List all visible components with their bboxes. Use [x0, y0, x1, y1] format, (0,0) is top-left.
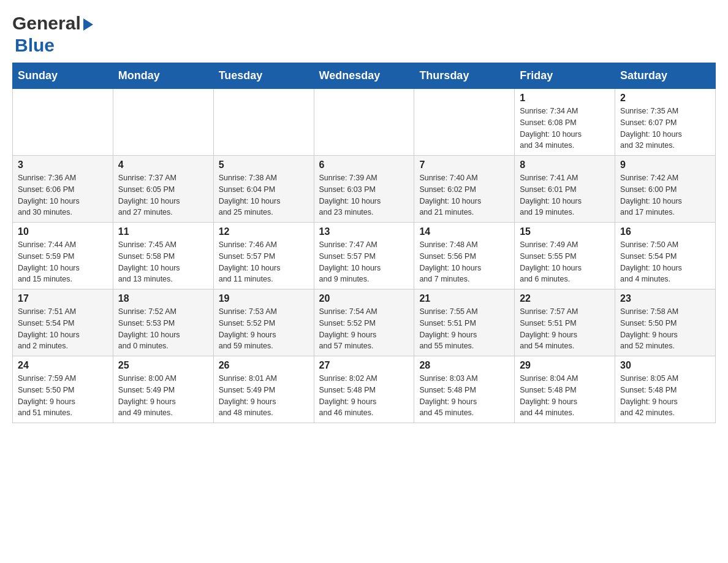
day-number: 13 — [319, 226, 409, 237]
day-number: 12 — [219, 226, 309, 237]
calendar-cell: 12Sunrise: 7:46 AM Sunset: 5:57 PM Dayli… — [213, 223, 314, 289]
day-info: Sunrise: 7:40 AM Sunset: 6:02 PM Dayligh… — [419, 172, 509, 218]
calendar-cell: 28Sunrise: 8:03 AM Sunset: 5:48 PM Dayli… — [414, 356, 515, 423]
day-info: Sunrise: 7:45 AM Sunset: 5:58 PM Dayligh… — [118, 239, 208, 285]
calendar-cell: 27Sunrise: 8:02 AM Sunset: 5:48 PM Dayli… — [314, 356, 414, 423]
day-info: Sunrise: 7:34 AM Sunset: 6:08 PM Dayligh… — [520, 105, 610, 151]
day-info: Sunrise: 7:41 AM Sunset: 6:01 PM Dayligh… — [520, 172, 610, 218]
calendar-table: SundayMondayTuesdayWednesdayThursdayFrid… — [12, 63, 716, 423]
logo-triangle-icon — [83, 18, 93, 31]
day-number: 27 — [319, 360, 409, 371]
day-info: Sunrise: 7:39 AM Sunset: 6:03 PM Dayligh… — [319, 172, 409, 218]
calendar-cell: 16Sunrise: 7:50 AM Sunset: 5:54 PM Dayli… — [615, 223, 716, 289]
calendar-cell: 21Sunrise: 7:55 AM Sunset: 5:51 PM Dayli… — [414, 289, 515, 356]
page-header: General Blue — [12, 12, 716, 56]
calendar-cell: 25Sunrise: 8:00 AM Sunset: 5:49 PM Dayli… — [113, 356, 213, 423]
calendar-week-row: 17Sunrise: 7:51 AM Sunset: 5:54 PM Dayli… — [13, 289, 716, 356]
calendar-week-row: 3Sunrise: 7:36 AM Sunset: 6:06 PM Daylig… — [13, 156, 716, 223]
day-number: 20 — [319, 293, 409, 304]
calendar-cell: 17Sunrise: 7:51 AM Sunset: 5:54 PM Dayli… — [13, 289, 113, 356]
day-number: 18 — [118, 293, 208, 304]
calendar-cell: 6Sunrise: 7:39 AM Sunset: 6:03 PM Daylig… — [314, 156, 414, 223]
calendar-cell — [213, 89, 314, 156]
calendar-cell — [314, 89, 414, 156]
calendar-cell — [113, 89, 213, 156]
day-info: Sunrise: 7:35 AM Sunset: 6:07 PM Dayligh… — [620, 105, 710, 151]
day-info: Sunrise: 7:47 AM Sunset: 5:57 PM Dayligh… — [319, 239, 409, 285]
day-info: Sunrise: 7:42 AM Sunset: 6:00 PM Dayligh… — [620, 172, 710, 218]
calendar-cell: 9Sunrise: 7:42 AM Sunset: 6:00 PM Daylig… — [615, 156, 716, 223]
calendar-cell: 5Sunrise: 7:38 AM Sunset: 6:04 PM Daylig… — [213, 156, 314, 223]
day-number: 17 — [18, 293, 108, 304]
day-info: Sunrise: 7:51 AM Sunset: 5:54 PM Dayligh… — [18, 306, 108, 352]
day-info: Sunrise: 7:36 AM Sunset: 6:06 PM Dayligh… — [18, 172, 108, 218]
calendar-header-thursday: Thursday — [414, 63, 515, 89]
logo-blue-text: Blue — [15, 35, 55, 55]
day-number: 7 — [419, 159, 509, 170]
calendar-cell: 14Sunrise: 7:48 AM Sunset: 5:56 PM Dayli… — [414, 223, 515, 289]
day-number: 23 — [620, 293, 710, 304]
day-info: Sunrise: 7:49 AM Sunset: 5:55 PM Dayligh… — [520, 239, 610, 285]
calendar-week-row: 24Sunrise: 7:59 AM Sunset: 5:50 PM Dayli… — [13, 356, 716, 423]
day-info: Sunrise: 7:50 AM Sunset: 5:54 PM Dayligh… — [620, 239, 710, 285]
calendar-cell — [414, 89, 515, 156]
day-number: 28 — [419, 360, 509, 371]
day-info: Sunrise: 8:03 AM Sunset: 5:48 PM Dayligh… — [419, 373, 509, 419]
calendar-cell: 2Sunrise: 7:35 AM Sunset: 6:07 PM Daylig… — [615, 89, 716, 156]
day-number: 15 — [520, 226, 610, 237]
calendar-cell: 26Sunrise: 8:01 AM Sunset: 5:49 PM Dayli… — [213, 356, 314, 423]
day-info: Sunrise: 7:58 AM Sunset: 5:50 PM Dayligh… — [620, 306, 710, 352]
calendar-cell: 24Sunrise: 7:59 AM Sunset: 5:50 PM Dayli… — [13, 356, 113, 423]
day-number: 19 — [219, 293, 309, 304]
calendar-header-monday: Monday — [113, 63, 213, 89]
logo: General Blue — [12, 12, 93, 56]
day-info: Sunrise: 7:44 AM Sunset: 5:59 PM Dayligh… — [18, 239, 108, 285]
calendar-cell: 18Sunrise: 7:52 AM Sunset: 5:53 PM Dayli… — [113, 289, 213, 356]
logo-general-text: General — [12, 12, 81, 34]
day-number: 9 — [620, 159, 710, 170]
day-info: Sunrise: 8:00 AM Sunset: 5:49 PM Dayligh… — [118, 373, 208, 419]
day-number: 25 — [118, 360, 208, 371]
day-info: Sunrise: 7:48 AM Sunset: 5:56 PM Dayligh… — [419, 239, 509, 285]
day-info: Sunrise: 7:53 AM Sunset: 5:52 PM Dayligh… — [219, 306, 309, 352]
calendar-header-wednesday: Wednesday — [314, 63, 414, 89]
day-number: 3 — [18, 159, 108, 170]
day-number: 14 — [419, 226, 509, 237]
day-number: 2 — [620, 93, 710, 104]
day-info: Sunrise: 8:02 AM Sunset: 5:48 PM Dayligh… — [319, 373, 409, 419]
calendar-header-sunday: Sunday — [13, 63, 113, 89]
calendar-cell: 30Sunrise: 8:05 AM Sunset: 5:48 PM Dayli… — [615, 356, 716, 423]
calendar-header-tuesday: Tuesday — [213, 63, 314, 89]
calendar-cell: 1Sunrise: 7:34 AM Sunset: 6:08 PM Daylig… — [515, 89, 615, 156]
day-info: Sunrise: 7:38 AM Sunset: 6:04 PM Dayligh… — [219, 172, 309, 218]
day-info: Sunrise: 7:57 AM Sunset: 5:51 PM Dayligh… — [520, 306, 610, 352]
day-number: 22 — [520, 293, 610, 304]
day-info: Sunrise: 8:05 AM Sunset: 5:48 PM Dayligh… — [620, 373, 710, 419]
calendar-cell: 8Sunrise: 7:41 AM Sunset: 6:01 PM Daylig… — [515, 156, 615, 223]
calendar-cell: 10Sunrise: 7:44 AM Sunset: 5:59 PM Dayli… — [13, 223, 113, 289]
day-number: 6 — [319, 159, 409, 170]
calendar-cell: 3Sunrise: 7:36 AM Sunset: 6:06 PM Daylig… — [13, 156, 113, 223]
calendar-cell: 20Sunrise: 7:54 AM Sunset: 5:52 PM Dayli… — [314, 289, 414, 356]
day-info: Sunrise: 7:37 AM Sunset: 6:05 PM Dayligh… — [118, 172, 208, 218]
day-number: 21 — [419, 293, 509, 304]
day-info: Sunrise: 7:54 AM Sunset: 5:52 PM Dayligh… — [319, 306, 409, 352]
calendar-week-row: 1Sunrise: 7:34 AM Sunset: 6:08 PM Daylig… — [13, 89, 716, 156]
calendar-cell: 23Sunrise: 7:58 AM Sunset: 5:50 PM Dayli… — [615, 289, 716, 356]
calendar-header-saturday: Saturday — [615, 63, 716, 89]
calendar-cell: 4Sunrise: 7:37 AM Sunset: 6:05 PM Daylig… — [113, 156, 213, 223]
calendar-cell: 15Sunrise: 7:49 AM Sunset: 5:55 PM Dayli… — [515, 223, 615, 289]
day-number: 30 — [620, 360, 710, 371]
day-number: 26 — [219, 360, 309, 371]
calendar-week-row: 10Sunrise: 7:44 AM Sunset: 5:59 PM Dayli… — [13, 223, 716, 289]
day-info: Sunrise: 7:52 AM Sunset: 5:53 PM Dayligh… — [118, 306, 208, 352]
calendar-cell — [13, 89, 113, 156]
day-number: 16 — [620, 226, 710, 237]
day-info: Sunrise: 8:04 AM Sunset: 5:48 PM Dayligh… — [520, 373, 610, 419]
day-info: Sunrise: 7:59 AM Sunset: 5:50 PM Dayligh… — [18, 373, 108, 419]
calendar-cell: 11Sunrise: 7:45 AM Sunset: 5:58 PM Dayli… — [113, 223, 213, 289]
calendar-header-row: SundayMondayTuesdayWednesdayThursdayFrid… — [13, 63, 716, 89]
day-number: 24 — [18, 360, 108, 371]
calendar-cell: 19Sunrise: 7:53 AM Sunset: 5:52 PM Dayli… — [213, 289, 314, 356]
day-number: 29 — [520, 360, 610, 371]
